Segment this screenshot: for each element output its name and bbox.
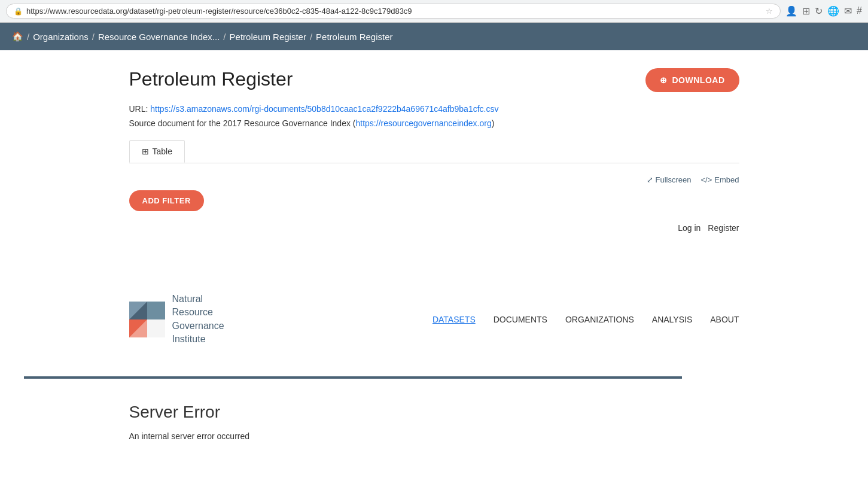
- resource-url-link[interactable]: https://s3.amazonaws.com/rgi-documents/5…: [150, 104, 498, 114]
- mail-icon: ✉: [844, 5, 852, 17]
- register-link[interactable]: Register: [708, 223, 739, 233]
- nav-documents[interactable]: DOCUMENTS: [494, 315, 547, 324]
- breadcrumb-organizations[interactable]: Organizations: [33, 32, 89, 42]
- breadcrumb-petroleum-register-2: Petroleum Register: [316, 32, 392, 42]
- source-line: Source document for the 2017 Resource Go…: [129, 118, 739, 128]
- download-label: DOWNLOAD: [672, 75, 725, 85]
- site-nav: NaturalResourceGovernanceInstitute DATAS…: [129, 293, 739, 346]
- fullscreen-button[interactable]: ⤢ Fullscreen: [647, 175, 692, 184]
- logo-area: NaturalResourceGovernanceInstitute: [129, 293, 224, 346]
- nav-analysis[interactable]: ANALYSIS: [652, 315, 692, 324]
- lock-icon: 🔒: [14, 7, 23, 16]
- tabs-container: ⊞ Table: [129, 140, 739, 163]
- view-controls: ⤢ Fullscreen </> Embed: [129, 175, 739, 184]
- nav-organizations[interactable]: ORGANIZATIONS: [565, 315, 634, 324]
- page-title: Petroleum Register: [129, 68, 293, 90]
- breadcrumb-rgi[interactable]: Resource Governance Index...: [98, 32, 220, 42]
- download-button[interactable]: ⊕ DOWNLOAD: [645, 68, 739, 92]
- embed-label: Embed: [714, 175, 739, 184]
- browser-chrome: 🔒 https://www.resourcedata.org/dataset/r…: [0, 0, 868, 23]
- add-filter-label: ADD FILTER: [142, 196, 191, 205]
- tab-table[interactable]: ⊞ Table: [129, 140, 185, 163]
- breadcrumb-separator-2: /: [92, 32, 95, 42]
- tab-table-label: Table: [153, 147, 172, 156]
- sync-icon: ↻: [815, 5, 823, 17]
- site-divider: [24, 376, 682, 379]
- breadcrumb-separator-1: /: [27, 32, 29, 42]
- home-icon[interactable]: 🏠: [12, 31, 23, 42]
- page-header: Petroleum Register ⊕ DOWNLOAD: [129, 68, 739, 92]
- auth-links: Log in Register: [129, 223, 739, 233]
- toolbar: ADD FILTER: [129, 190, 739, 211]
- logo-text: NaturalResourceGovernanceInstitute: [172, 293, 224, 346]
- browser-icons: 👤 ⊞ ↻ 🌐 ✉ #: [785, 5, 862, 17]
- error-section: Server Error An internal server error oc…: [105, 403, 763, 477]
- add-filter-button[interactable]: ADD FILTER: [129, 190, 204, 211]
- nav-datasets[interactable]: DATASETS: [433, 315, 476, 324]
- main-content: Petroleum Register ⊕ DOWNLOAD URL: https…: [105, 50, 763, 275]
- extension-icon: ⊞: [802, 5, 810, 17]
- breadcrumb-petroleum-register-1[interactable]: Petroleum Register: [230, 32, 306, 42]
- grid-icon: #: [857, 5, 862, 17]
- nav-about[interactable]: ABOUT: [710, 315, 739, 324]
- breadcrumb-bar: 🏠 / Organizations / Resource Governance …: [0, 23, 868, 50]
- error-title: Server Error: [129, 403, 739, 422]
- profile-icon: 👤: [785, 5, 797, 17]
- site-footer: NaturalResourceGovernanceInstitute DATAS…: [105, 275, 763, 376]
- star-icon[interactable]: ☆: [766, 7, 773, 16]
- nav-links: DATASETS DOCUMENTS ORGANIZATIONS ANALYSI…: [433, 315, 739, 324]
- url-text: https://www.resourcedata.org/dataset/rgi…: [26, 7, 762, 16]
- url-label: URL:: [129, 104, 148, 114]
- translate-icon: 🌐: [827, 5, 839, 17]
- table-icon: ⊞: [142, 147, 149, 156]
- error-message: An internal server error occurred: [129, 431, 739, 441]
- download-icon: ⊕: [660, 75, 668, 85]
- source-link[interactable]: https://resourcegovernanceindex.org: [356, 118, 492, 128]
- svg-rect-2: [147, 302, 165, 319]
- nrgi-logo[interactable]: [129, 302, 165, 337]
- source-text-prefix: Source document for the 2017 Resource Go…: [129, 118, 356, 128]
- fullscreen-label: Fullscreen: [656, 175, 692, 184]
- embed-icon: </>: [701, 175, 712, 184]
- fullscreen-icon: ⤢: [647, 175, 653, 184]
- source-text-suffix: ): [492, 118, 495, 128]
- breadcrumb-separator-3: /: [223, 32, 226, 42]
- url-line: URL: https://s3.amazonaws.com/rgi-docume…: [129, 104, 739, 114]
- login-link[interactable]: Log in: [678, 223, 701, 233]
- svg-rect-5: [147, 319, 165, 337]
- address-bar[interactable]: 🔒 https://www.resourcedata.org/dataset/r…: [6, 4, 781, 19]
- breadcrumb-separator-4: /: [310, 32, 312, 42]
- embed-button[interactable]: </> Embed: [701, 175, 739, 184]
